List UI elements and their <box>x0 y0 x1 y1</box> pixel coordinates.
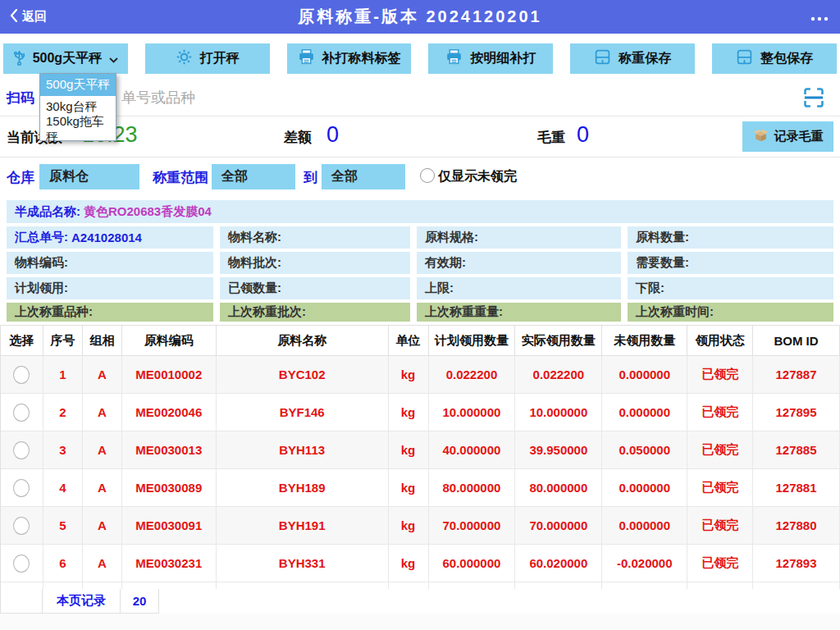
table-row[interactable]: 6 A ME0030231 BYH331 kg 60.000000 60.020… <box>1 545 840 582</box>
row-select-cell <box>1 469 43 506</box>
open-scale-button[interactable]: 打开秤 <box>145 43 270 74</box>
row-radio[interactable] <box>13 366 30 384</box>
table-row[interactable]: 2 A ME0020046 BYF146 kg 10.000000 10.000… <box>1 394 840 431</box>
row-bom-id: 127887 <box>753 356 840 393</box>
table-row[interactable]: 1 A ME0010002 BYC102 kg 0.022200 0.02220… <box>1 356 840 394</box>
row-actual-qty: 60.020000 <box>515 545 602 582</box>
row-bom-id: 127893 <box>753 545 840 582</box>
range-to-select[interactable]: 全部 <box>322 164 405 189</box>
summary-number-cell: 汇总单号: A241028014 <box>7 226 213 249</box>
row-material-code: ME0030089 <box>122 469 217 506</box>
row-select-cell <box>1 431 43 468</box>
row-group: A <box>83 431 122 468</box>
gross-weight-label: 毛重 <box>537 128 565 147</box>
toolbar: 500g天平秤 打开秤 补打称 <box>0 34 840 79</box>
row-status: 已领完 <box>687 356 753 393</box>
row-material-name: BYH189 <box>217 469 389 506</box>
record-gross-weight-button[interactable]: 记录毛重 <box>742 121 833 152</box>
row-unit: kg <box>389 394 429 431</box>
row-status: 已领完 <box>687 469 753 506</box>
row-unit: kg <box>389 545 429 582</box>
row-group: A <box>83 545 122 582</box>
scan-input[interactable] <box>121 84 679 112</box>
weigh-save-label: 称重保存 <box>619 50 671 67</box>
row-planned-qty: 10.000000 <box>429 394 516 431</box>
row-status: 已领完 <box>687 507 753 544</box>
scale-select[interactable]: 500g天平秤 <box>3 43 128 74</box>
readings-row: 当前读数 16.23 差额 0 毛重 0 记录毛重 <box>0 116 840 158</box>
row-radio[interactable] <box>13 441 30 459</box>
row-radio[interactable] <box>13 479 30 497</box>
weigh-save-button[interactable]: 称重保存 <box>570 43 695 74</box>
row-radio[interactable] <box>13 404 30 422</box>
row-remaining-qty: 0.000000 <box>602 394 687 431</box>
scale-option-500g[interactable]: 500g天平秤 <box>40 74 116 96</box>
row-planned-qty: 70.000000 <box>429 507 516 544</box>
row-remaining-qty: 0.000000 <box>602 507 687 544</box>
planned-use-cell: 计划领用: <box>7 277 213 299</box>
difference-value: 0 <box>326 122 339 148</box>
row-material-code: ME0020046 <box>122 394 217 431</box>
row-material-name: BYH191 <box>217 507 389 544</box>
scan-label: 扫码 <box>7 89 34 107</box>
open-scale-label: 打开秤 <box>200 50 240 67</box>
row-planned-qty: 80.000000 <box>429 469 516 506</box>
table-row[interactable]: 5 A ME0030091 BYH191 kg 70.000000 70.000… <box>1 507 840 545</box>
ellipsis-icon <box>810 10 829 25</box>
usb-icon <box>13 48 25 70</box>
row-radio[interactable] <box>13 555 30 573</box>
more-menu-button[interactable] <box>810 0 829 34</box>
box-icon <box>753 128 769 146</box>
bottom-filler <box>0 614 840 630</box>
reprint-by-detail-button[interactable]: 按明细补打 <box>428 43 553 74</box>
row-unit: kg <box>389 431 429 468</box>
row-index: 2 <box>43 394 83 431</box>
row-index: 3 <box>43 431 83 468</box>
scan-frame-icon[interactable] <box>802 86 825 112</box>
app-root: 返回 原料称重-版本 2024120201 500g天平秤 <box>0 0 840 630</box>
last-weigh-batch-cell: 上次称重批次: <box>220 303 410 322</box>
row-group: A <box>83 356 122 393</box>
row-material-name: BYH331 <box>217 545 389 582</box>
only-unfinished-radio[interactable] <box>420 168 435 183</box>
row-group: A <box>83 507 122 544</box>
row-unit: kg <box>389 469 429 506</box>
row-unit: kg <box>389 507 429 544</box>
product-name-value: 黄色RO20683香发膜04 <box>84 204 212 220</box>
material-qty-cell: 原料数量: <box>628 226 833 249</box>
info-panel: 半成品名称: 黄色RO20683香发膜04 汇总单号: A241028014 物… <box>0 197 840 322</box>
scale-option-150kg[interactable]: 150kg拖车秤 <box>40 118 116 140</box>
col-actual-qty: 实际领用数量 <box>515 326 602 355</box>
only-unfinished-label: 仅显示未领完 <box>438 168 517 185</box>
col-remaining-qty: 未领用数量 <box>602 326 687 355</box>
row-radio[interactable] <box>13 517 30 535</box>
table-row[interactable]: 3 A ME0030013 BYH113 kg 40.000000 39.950… <box>1 431 840 469</box>
footer-spacer-cell <box>0 589 43 614</box>
materials-table: 选择 序号 组相 原料编码 原料名称 单位 计划领用数量 实际领用数量 未领用数… <box>0 325 840 614</box>
col-select: 选择 <box>1 326 43 355</box>
product-name-cell: 半成品名称: 黄色RO20683香发膜04 <box>7 200 833 223</box>
page-records-label: 本页记录 <box>42 589 121 614</box>
row-actual-qty: 39.950000 <box>515 431 602 468</box>
reprint-material-label: 补打称料标签 <box>322 50 401 67</box>
warehouse-select[interactable]: 原料仓 <box>39 164 139 189</box>
material-name-cell: 物料名称: <box>220 226 410 249</box>
table-row[interactable]: 4 A ME0030089 BYH189 kg 80.000000 80.000… <box>1 469 840 507</box>
lower-limit-cell: 下限: <box>628 277 833 299</box>
range-from-select[interactable]: 全部 <box>212 164 295 189</box>
col-index: 序号 <box>43 326 83 355</box>
row-index: 1 <box>43 356 83 393</box>
table-body: 1 A ME0010002 BYC102 kg 0.022200 0.02220… <box>1 356 840 582</box>
reprint-material-label-button[interactable]: 补打称料标签 <box>287 43 412 74</box>
row-group: A <box>83 469 122 506</box>
row-material-code: ME0030231 <box>122 545 217 582</box>
row-actual-qty: 10.000000 <box>515 394 602 431</box>
whole-pack-save-button[interactable]: 整包保存 <box>712 43 837 74</box>
col-group: 组相 <box>83 326 122 355</box>
row-bom-id: 127895 <box>753 394 840 431</box>
row-planned-qty: 40.000000 <box>429 431 516 468</box>
scale-select-value: 500g天平秤 <box>33 50 102 67</box>
last-weigh-time-cell: 上次称重时间: <box>628 303 833 322</box>
difference-label: 差额 <box>284 128 312 147</box>
material-spec-cell: 原料规格: <box>417 226 621 249</box>
